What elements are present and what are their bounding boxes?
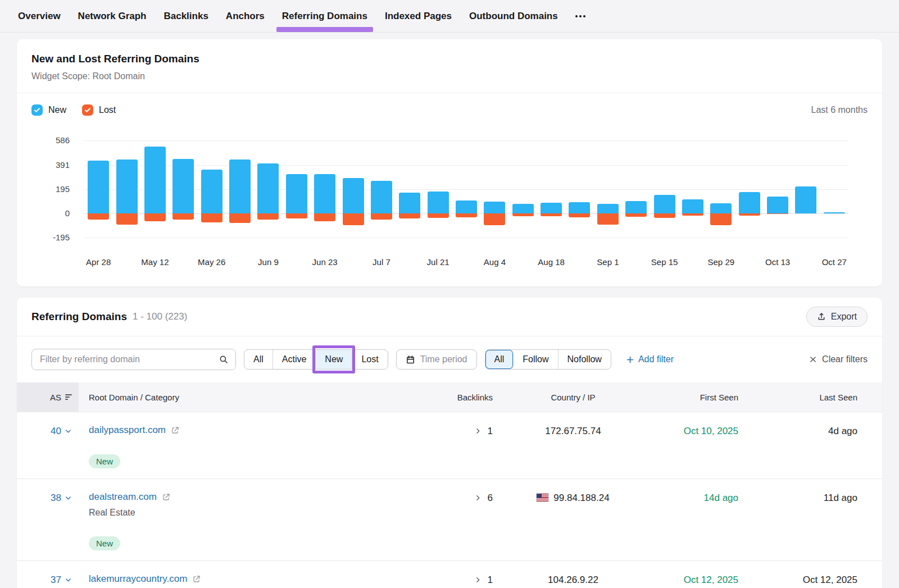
follow-option-follow[interactable]: Follow [514,350,558,369]
bar-new[interactable] [116,159,138,213]
bar-lost[interactable] [88,213,109,220]
bar-lost[interactable] [654,213,675,218]
nav-tab-network-graph[interactable]: Network Graph [78,0,147,33]
status-option-all[interactable]: All [244,350,273,369]
domain-cell: dealstream.comReal EstateNew [79,491,393,550]
bar-lost[interactable] [767,213,788,214]
nav-tab-referring-domains[interactable]: Referring Domains [282,0,367,33]
external-link-icon[interactable] [192,575,201,584]
bar-lost[interactable] [597,213,619,225]
bar-lost[interactable] [116,213,138,225]
checkbox-lost[interactable] [82,104,93,116]
bar-new[interactable] [569,202,590,213]
external-link-icon[interactable] [162,493,171,502]
bar-new[interactable] [512,204,534,213]
bar-new[interactable] [625,201,647,213]
bar-new[interactable] [739,192,760,213]
bar-new[interactable] [172,159,194,213]
gridline: 195 [84,189,848,190]
bar-lost[interactable] [456,213,477,217]
legend-toggle-lost[interactable]: Lost [82,104,116,116]
as-cell[interactable]: 37 [17,573,79,588]
nav-tab-anchors[interactable]: Anchors [226,0,265,33]
bar-lost[interactable] [399,213,420,218]
chevron-right-icon[interactable] [474,427,482,435]
x-axis-tick: Aug 4 [484,257,506,267]
bar-lost[interactable] [428,213,449,218]
legend-label: New [48,105,66,115]
bar-lost[interactable] [569,213,590,217]
more-tabs-icon[interactable] [575,0,585,33]
bar-new[interactable] [371,181,392,213]
bar-new[interactable] [682,199,703,213]
bar-new[interactable] [824,212,845,213]
nav-tab-indexed-pages[interactable]: Indexed Pages [385,0,452,33]
external-link-icon[interactable] [171,426,180,435]
chevron-down-icon [65,494,72,502]
bar-lost[interactable] [229,213,251,224]
search-button[interactable] [212,349,235,370]
bar-new[interactable] [286,174,307,213]
domain-link[interactable]: dailypassport.com [89,425,166,436]
bar-lost[interactable] [286,213,307,218]
bar-lost[interactable] [739,213,760,216]
bar-new[interactable] [795,186,816,213]
ip-address: 104.26.9.22 [548,575,598,586]
bar-new[interactable] [257,163,279,213]
bar-lost[interactable] [144,213,166,221]
bar-new[interactable] [201,170,223,213]
bar-new[interactable] [710,203,732,213]
follow-option-all[interactable]: All [485,350,514,369]
bar-lost[interactable] [541,213,562,216]
column-header-as[interactable]: AS [17,382,79,412]
nav-tab-overview[interactable]: Overview [18,0,61,33]
bar-new[interactable] [399,193,420,213]
bar-new[interactable] [88,161,109,213]
as-cell[interactable]: 38 [17,491,79,550]
bar-lost[interactable] [371,213,392,220]
status-option-new[interactable]: New [316,350,352,369]
checkbox-new[interactable] [31,104,43,116]
domain-filter-input[interactable] [32,354,212,364]
bar-new[interactable] [484,202,505,213]
legend-toggle-new[interactable]: New [31,104,66,116]
bar-lost[interactable] [201,213,223,222]
bar-new[interactable] [229,159,251,213]
check-icon [84,107,91,113]
bar-lost[interactable] [625,213,647,217]
bar-new[interactable] [541,203,562,213]
bar-lost[interactable] [710,213,732,225]
follow-option-nofollow[interactable]: Nofollow [559,350,611,369]
time-period-button[interactable]: Time period [396,349,477,370]
chevron-right-icon[interactable] [474,494,482,502]
x-axis-tick: Aug 18 [538,257,565,267]
bar-new[interactable] [767,197,788,213]
bar-lost[interactable] [257,213,279,220]
chevron-right-icon[interactable] [474,576,482,584]
bar-new[interactable] [428,192,449,213]
bar-new[interactable] [456,200,477,213]
clear-filters-button[interactable]: Clear filters [809,354,868,364]
export-button[interactable]: Export [806,307,868,327]
bar-new[interactable] [597,204,619,213]
bar-lost[interactable] [682,213,703,216]
status-option-lost[interactable]: Lost [352,350,387,369]
domain-link[interactable]: lakemurraycountry.com [89,573,187,585]
domain-link[interactable]: dealstream.com [89,491,157,503]
bar-lost[interactable] [172,213,194,220]
bar-new[interactable] [314,174,335,213]
bar-new[interactable] [343,178,364,213]
status-option-active[interactable]: Active [273,350,316,369]
first-seen-value: Oct 10, 2025 [684,426,738,436]
bar-new[interactable] [654,195,675,213]
nav-tab-backlinks[interactable]: Backlinks [164,0,208,33]
bar-lost[interactable] [484,213,505,225]
bar-lost[interactable] [512,213,534,217]
bar-lost[interactable] [343,213,364,225]
backlinks-count: 6 [488,493,493,504]
add-filter-button[interactable]: Add filter [626,354,674,364]
nav-tab-outbound-domains[interactable]: Outbound Domains [469,0,558,33]
bar-new[interactable] [144,147,166,213]
bar-lost[interactable] [314,213,335,221]
as-cell[interactable]: 40 [17,425,79,468]
